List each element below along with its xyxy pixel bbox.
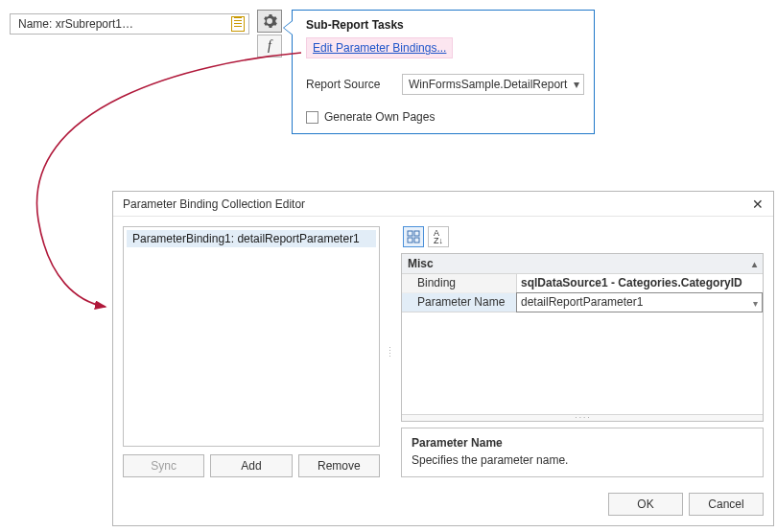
property-value-paramname-text: detailReportParameter1 [521, 295, 643, 309]
smart-tag-fx-button[interactable]: f [257, 35, 282, 58]
sort-az-icon: AZ↓ [434, 229, 443, 244]
dialog-titlebar: Parameter Binding Collection Editor ✕ [113, 192, 773, 217]
sync-button[interactable]: Sync [123, 454, 204, 477]
cancel-button[interactable]: Cancel [689, 493, 764, 516]
property-value-binding[interactable]: sqlDataSource1 - Categories.CategoryID [517, 274, 763, 292]
fx-icon: f [268, 38, 271, 54]
property-row-parameter-name[interactable]: Parameter Name detailReportParameter1 ▾ [402, 293, 763, 312]
horizontal-splitter[interactable]: ∙ ∙ ∙ ∙ [402, 414, 763, 421]
ok-button[interactable]: OK [608, 493, 683, 516]
close-icon: ✕ [752, 197, 764, 212]
description-text: Specifies the parameter name. [412, 453, 753, 467]
property-name-paramname: Parameter Name [402, 293, 517, 312]
remove-button[interactable]: Remove [298, 454, 380, 477]
dialog-footer: OK Cancel [113, 487, 773, 525]
parameter-binding-editor-dialog: Parameter Binding Collection Editor ✕ Pa… [112, 191, 774, 526]
add-button[interactable]: Add [210, 454, 292, 477]
property-description-box: Parameter Name Specifies the parameter n… [401, 428, 764, 477]
svg-rect-0 [408, 231, 412, 236]
grip-icon: ∙∙∙∙ [388, 346, 391, 358]
svg-rect-2 [408, 238, 412, 243]
subreport-control[interactable]: Name: xrSubreport1… [10, 13, 249, 35]
subreport-tasks-panel: Sub-Report Tasks Edit Parameter Bindings… [292, 10, 595, 134]
svg-rect-3 [414, 238, 419, 243]
edit-parameter-bindings-link-wrap: Edit Parameter Bindings... [306, 37, 453, 58]
smart-tag-buttons: f [257, 10, 282, 58]
report-source-dropdown[interactable]: WinFormsSample.DetailReport ▾ [402, 74, 584, 95]
alphabetical-view-button[interactable]: AZ↓ [428, 226, 449, 247]
category-label: Misc [408, 257, 434, 270]
categorized-view-button[interactable] [403, 226, 424, 247]
dialog-close-button[interactable]: ✕ [748, 195, 767, 214]
report-source-value: WinFormsSample.DetailReport [409, 78, 567, 91]
property-grid: Misc ▴ Binding sqlDataSource1 - Categori… [401, 253, 764, 422]
subreport-name-text: Name: xrSubreport1… [18, 17, 227, 31]
dialog-title-text: Parameter Binding Collection Editor [123, 197, 305, 211]
vertical-splitter[interactable]: ∙∙∙∙ [388, 226, 393, 477]
categorized-icon [407, 230, 420, 243]
report-source-label: Report Source [306, 78, 402, 91]
property-name-binding: Binding [402, 274, 517, 292]
document-icon [231, 16, 245, 32]
tasks-panel-title: Sub-Report Tasks [306, 16, 584, 37]
smart-tag-gear-button[interactable] [257, 10, 282, 33]
gear-icon [262, 13, 277, 29]
svg-rect-1 [414, 231, 419, 236]
generate-own-pages-checkbox[interactable] [306, 111, 318, 124]
property-row-binding[interactable]: Binding sqlDataSource1 - Categories.Cate… [402, 274, 763, 293]
category-misc-header[interactable]: Misc ▴ [402, 254, 763, 274]
collapse-icon: ▴ [752, 259, 757, 269]
edit-parameter-bindings-link[interactable]: Edit Parameter Bindings... [313, 41, 446, 55]
list-item[interactable]: ParameterBinding1: detailReportParameter… [127, 230, 376, 247]
property-value-paramname[interactable]: detailReportParameter1 ▾ [516, 292, 763, 312]
generate-own-pages-label: Generate Own Pages [324, 110, 435, 124]
chevron-down-icon: ▾ [574, 78, 579, 91]
propertygrid-toolbar: AZ↓ [401, 226, 764, 247]
chevron-down-icon: ▾ [753, 297, 758, 308]
description-title: Parameter Name [412, 436, 753, 450]
bindings-listbox[interactable]: ParameterBinding1: detailReportParameter… [123, 226, 380, 447]
